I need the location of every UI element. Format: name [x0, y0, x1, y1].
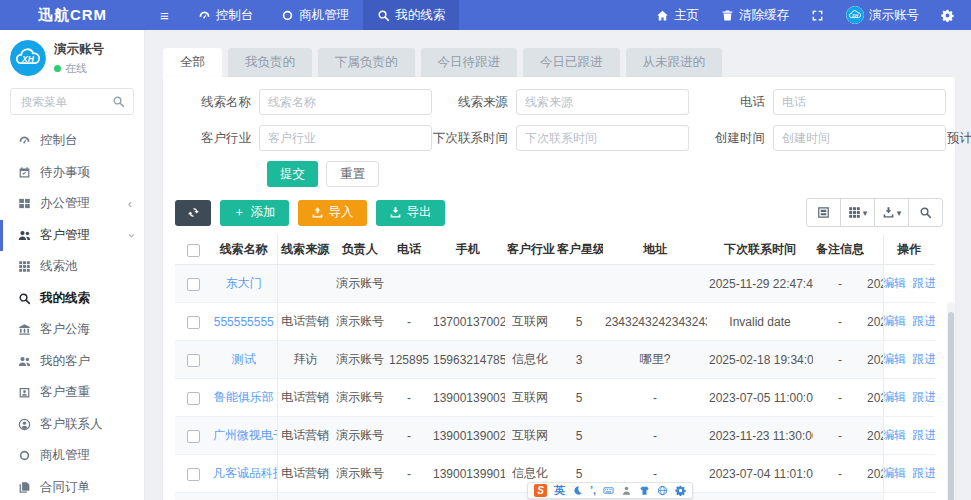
- avatar[interactable]: XH: [10, 40, 46, 76]
- main-content: 全部我负责的下属负责的今日待跟进今日已跟进从未跟进的 线索名称线索来源电话手机客…: [145, 30, 971, 500]
- cell-remark: -: [813, 455, 867, 493]
- idcard-icon: [18, 386, 31, 399]
- content-card: 线索名称线索来源电话手机客户行业下次联系时间创建时间预计成交金额 提交 重置 ＋…: [163, 77, 955, 500]
- caret-down-icon: ▾: [863, 208, 868, 218]
- edit-link[interactable]: 编辑: [883, 313, 906, 330]
- row-checkbox[interactable]: [187, 278, 200, 291]
- sidebar-item-dashboard[interactable]: 控制台: [0, 125, 144, 157]
- avatar: XH: [846, 6, 864, 24]
- sidebar-item-my-leads[interactable]: 我的线索: [0, 283, 144, 315]
- nav-clear-cache[interactable]: 清除缓存: [710, 0, 800, 30]
- tab-all[interactable]: 全部: [163, 48, 222, 77]
- lead-source-input[interactable]: [516, 89, 689, 115]
- add-button[interactable]: ＋添加: [220, 200, 289, 226]
- sidebar-item-customer-contacts[interactable]: 客户联系人: [0, 409, 144, 441]
- tab-never[interactable]: 从未跟进的: [626, 48, 723, 77]
- online-status: 在线: [65, 61, 87, 76]
- sidebar-item-label: 合同订单: [40, 479, 90, 496]
- row-checkbox[interactable]: [187, 392, 200, 405]
- follow-up-link[interactable]: 跟进: [912, 275, 935, 292]
- cell-name: 鲁能俱乐部: [211, 379, 277, 417]
- office-icon: [18, 197, 31, 210]
- sidebar-item-my-customers[interactable]: 我的客户: [0, 346, 144, 378]
- brand-logo[interactable]: 迅航CRM: [0, 6, 145, 25]
- sidebar-item-office[interactable]: 办公管理‹: [0, 188, 144, 220]
- sidebar-item-business[interactable]: 商机管理: [0, 440, 144, 472]
- follow-up-link[interactable]: 跟进: [912, 427, 935, 444]
- sidebar-item-label: 办公管理: [40, 195, 90, 212]
- sidebar-item-todos[interactable]: 待办事项: [0, 157, 144, 189]
- nav-item-my-leads[interactable]: 我的线索: [363, 0, 459, 30]
- sidebar-item-lead-pool[interactable]: 线索池: [0, 251, 144, 283]
- row-checkbox[interactable]: [187, 354, 200, 367]
- filter-field-phone: 电话: [689, 89, 946, 115]
- select-all-checkbox[interactable]: [187, 244, 200, 257]
- filter-field-expected-amount: 预计成交金额: [946, 125, 971, 151]
- sidebar-search-input[interactable]: [19, 95, 112, 109]
- row-checkbox[interactable]: [187, 468, 200, 481]
- import-button[interactable]: 导入: [298, 200, 367, 226]
- nav-item-dashboard[interactable]: 控制台: [184, 0, 268, 30]
- columns-button[interactable]: ▾: [840, 198, 875, 227]
- cell-actions: 编辑跟进: [883, 417, 935, 455]
- menu-toggle-icon[interactable]: ≡: [145, 7, 184, 24]
- sidebar-item-customers[interactable]: 客户管理‹: [0, 220, 144, 252]
- sidebar-item-contracts[interactable]: 合同订单: [0, 472, 144, 500]
- edit-link[interactable]: 编辑: [883, 465, 906, 482]
- follow-up-link[interactable]: 跟进: [912, 313, 935, 330]
- sogou-ime-logo[interactable]: S: [534, 484, 547, 497]
- sidebar-item-customer-dedup[interactable]: 客户查重: [0, 377, 144, 409]
- ime-language-indicator[interactable]: 英: [554, 485, 565, 496]
- ime-settings-icon[interactable]: [675, 485, 686, 496]
- globe-icon: [657, 485, 668, 496]
- tab-subordinate[interactable]: 下属负责的: [318, 48, 415, 77]
- fullscreen-button[interactable]: [800, 0, 835, 30]
- phone-input[interactable]: [773, 89, 946, 115]
- search-icon[interactable]: [112, 95, 125, 108]
- create-time-input[interactable]: [773, 125, 946, 151]
- edit-link[interactable]: 编辑: [883, 427, 906, 444]
- follow-up-link[interactable]: 跟进: [912, 465, 935, 482]
- lead-name-link[interactable]: 凡客诚品科技: [213, 466, 277, 480]
- lead-name-link[interactable]: 广州微视电子: [213, 428, 277, 442]
- lead-name-link[interactable]: 555555555: [214, 315, 274, 329]
- nav-account[interactable]: XH演示账号: [835, 0, 930, 30]
- nav-item-business[interactable]: 商机管理: [267, 0, 363, 30]
- industry-input[interactable]: [259, 125, 432, 151]
- refresh-button[interactable]: [175, 200, 211, 226]
- lead-name-link[interactable]: 测试: [232, 352, 256, 366]
- sidebar-search: [10, 88, 134, 115]
- follow-up-link[interactable]: 跟进: [912, 351, 935, 368]
- sidebar-item-customer-sea[interactable]: 客户公海: [0, 314, 144, 346]
- export-button[interactable]: 导出: [376, 200, 445, 226]
- col-header: 下次联系时间: [707, 235, 813, 265]
- tab-mine[interactable]: 我负责的: [228, 48, 312, 77]
- vertical-scrollbar[interactable]: [947, 302, 955, 500]
- punctuation-icon[interactable]: ’,: [590, 485, 596, 496]
- tab-today-done[interactable]: 今日已跟进: [523, 48, 620, 77]
- lead-name-link[interactable]: 东大门: [226, 276, 262, 290]
- edit-link[interactable]: 编辑: [883, 389, 906, 406]
- submit-button[interactable]: 提交: [267, 161, 318, 187]
- export-data-button[interactable]: ▾: [874, 198, 909, 227]
- edit-link[interactable]: 编辑: [883, 351, 906, 368]
- card-view-button[interactable]: [806, 198, 841, 227]
- tab-today-pending[interactable]: 今日待跟进: [421, 48, 518, 77]
- nav-settings[interactable]: [930, 0, 965, 30]
- nav-home[interactable]: 主页: [645, 0, 710, 30]
- col-header[interactable]: [175, 235, 211, 265]
- search-toggle-button[interactable]: [908, 198, 943, 227]
- reset-button[interactable]: 重置: [326, 161, 379, 187]
- row-select-cell: [175, 417, 211, 455]
- ime-toolbar: S英’,: [527, 482, 693, 499]
- scrollbar-thumb[interactable]: [948, 312, 954, 500]
- row-checkbox[interactable]: [187, 316, 200, 329]
- app-root: 迅航CRM ≡ 控制台商机管理我的线索 主页清除缓存XH演示账号 XH 演示账号…: [0, 0, 971, 500]
- lead-name-link[interactable]: 鲁能俱乐部: [214, 390, 274, 404]
- follow-up-link[interactable]: 跟进: [912, 389, 935, 406]
- next-contact-time-input[interactable]: [516, 125, 689, 151]
- cell-phone: [387, 265, 431, 303]
- edit-link[interactable]: 编辑: [883, 275, 906, 292]
- lead-name-input[interactable]: [259, 89, 432, 115]
- row-checkbox[interactable]: [187, 430, 200, 443]
